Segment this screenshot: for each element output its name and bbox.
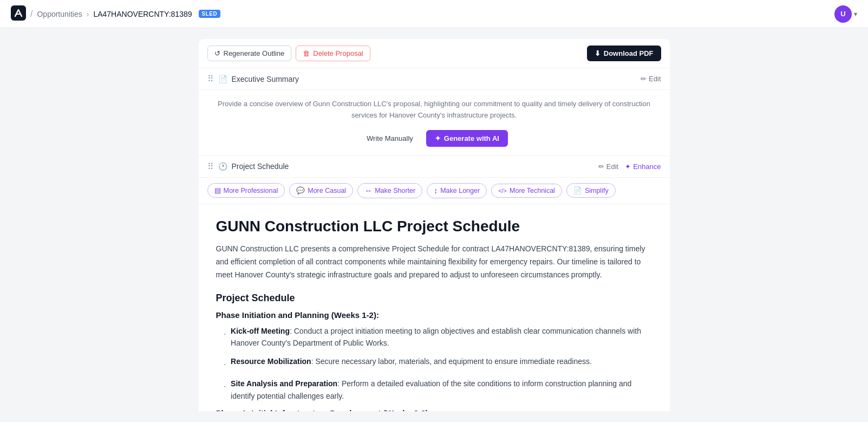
breadcrumb-opportunities[interactable]: Opportunities [37,10,82,18]
content-area: GUNN Construction LLC Project Schedule G… [199,204,670,411]
make-shorter-label: Make Shorter [375,187,415,194]
executive-summary-section-header: ⠿ 📄 Executive Summary ✏ Edit [199,68,670,90]
list-item-1-bold: Kick-off Meeting [231,327,290,335]
enhance-button[interactable]: ✦ Enhance [625,163,661,171]
download-pdf-button[interactable]: ⬇ Download PDF [587,46,661,61]
content-phase-2-title: Phase 1: Initial Infrastructure Developm… [216,408,652,411]
make-shorter-icon: ↔ [364,186,372,195]
regenerate-outline-label: Regenerate Outline [224,49,285,57]
list-item-2-text: Resource Mobilization: Secure necessary … [231,355,592,367]
content-section-title: Project Schedule [216,293,652,304]
project-schedule-actions: ✏ Edit ✦ Enhance [598,163,661,171]
list-item: Resource Mobilization: Secure necessary … [216,355,652,371]
regenerate-outline-button[interactable]: ↺ Regenerate Outline [207,46,292,61]
edit-2-icon: ✏ [598,163,604,171]
enhance-sparkle-icon: ✦ [625,163,631,171]
more-professional-button[interactable]: ▤ More Professional [207,183,285,198]
generate-with-ai-button[interactable]: ✦ Generate with AI [426,130,508,147]
drag-handle-2-icon[interactable]: ⠿ [207,161,214,172]
document-icon: 📄 [218,75,227,83]
edit-label: Edit [649,75,661,83]
section-left: ⠿ 📄 Executive Summary [207,74,299,84]
list-item-3-bold: Site Analysis and Preparation [231,379,337,388]
breadcrumb-current-page: LA47HANOVERCNTY:81389 [93,10,192,18]
section-actions: ✏ Edit [641,75,661,83]
avatar: U [834,5,852,23]
make-longer-label: Make Longer [440,187,480,194]
breadcrumb-arrow: › [87,10,89,18]
card-toolbar: ↺ Regenerate Outline 🗑 Delete Proposal ⬇… [199,39,670,68]
user-avatar-menu[interactable]: U ▾ [834,5,857,23]
make-longer-button[interactable]: ↕ Make Longer [427,183,487,198]
avatar-chevron-icon: ▾ [854,10,857,18]
regenerate-icon: ↺ [214,49,220,57]
generate-ai-label: Generate with AI [444,134,499,142]
project-schedule-section-header: ⠿ 🕐 Project Schedule ✏ Edit ✦ Enhance [199,156,670,178]
svg-rect-0 [11,5,26,21]
project-schedule-edit-button[interactable]: ✏ Edit [598,163,618,171]
content-list: Kick-off Meeting: Conduct a project init… [216,325,652,402]
delete-proposal-label: Delete Proposal [313,49,363,57]
download-icon: ⬇ [595,49,601,57]
logo-icon[interactable] [11,5,26,22]
simplify-button[interactable]: 📄 Simplify [566,183,616,198]
executive-summary-actions: Write Manually ✦ Generate with AI [212,130,657,147]
make-shorter-button[interactable]: ↔ Make Shorter [357,183,422,198]
list-item-1-text: Kick-off Meeting: Conduct a project init… [231,325,652,349]
download-pdf-label: Download PDF [604,49,654,57]
ai-sparkle-icon: ✦ [435,134,441,142]
more-casual-button[interactable]: 💬 More Casual [289,183,353,198]
delete-icon: 🗑 [303,49,310,57]
breadcrumb-separator: / [30,9,32,19]
more-casual-label: More Casual [308,187,346,194]
executive-summary-description: Provide a concise overview of Gunn Const… [212,99,657,121]
executive-summary-content: Provide a concise overview of Gunn Const… [199,90,670,156]
more-technical-icon: </> [498,187,507,194]
clock-icon: 🕐 [218,162,227,171]
drag-handle-icon[interactable]: ⠿ [207,74,214,84]
make-longer-icon: ↕ [434,186,438,195]
list-item: Site Analysis and Preparation: Perform a… [216,378,652,402]
proposal-card: ↺ Regenerate Outline 🗑 Delete Proposal ⬇… [199,39,670,411]
list-item: Kick-off Meeting: Conduct a project init… [216,325,652,349]
more-professional-label: More Professional [224,187,278,194]
project-schedule-title: Project Schedule [232,162,289,171]
executive-summary-title: Executive Summary [232,75,299,83]
simplify-icon: 📄 [573,186,582,194]
list-item-2-bold: Resource Mobilization [231,357,311,366]
edit-2-label: Edit [606,163,618,171]
more-technical-label: More Technical [510,187,555,194]
content-phase-title: Phase Initiation and Planning (Weeks 1-2… [216,310,652,320]
enhance-toolbar: ▤ More Professional 💬 More Casual ↔ Make… [199,178,670,204]
more-technical-button[interactable]: </> More Technical [491,184,562,198]
more-professional-icon: ▤ [214,186,221,194]
enhance-label: Enhance [633,163,661,171]
more-casual-icon: 💬 [296,186,305,194]
list-item-3-text: Site Analysis and Preparation: Perform a… [231,378,652,402]
content-main-title: GUNN Construction LLC Project Schedule [216,217,652,236]
top-navigation: / Opportunities › LA47HANOVERCNTY:81389 … [0,0,868,28]
breadcrumb: / Opportunities › LA47HANOVERCNTY:81389 … [11,5,220,22]
write-manually-button[interactable]: Write Manually [360,131,420,146]
content-intro: GUNN Construction LLC presents a compreh… [216,243,652,281]
toolbar-left: ↺ Regenerate Outline 🗑 Delete Proposal [207,46,370,61]
executive-summary-edit-button[interactable]: ✏ Edit [641,75,661,83]
sled-badge: SLED [199,10,221,18]
main-content: ↺ Regenerate Outline 🗑 Delete Proposal ⬇… [0,28,868,422]
edit-icon: ✏ [641,75,647,83]
simplify-label: Simplify [585,187,609,194]
section-left-2: ⠿ 🕐 Project Schedule [207,161,289,172]
delete-proposal-button[interactable]: 🗑 Delete Proposal [296,46,370,61]
